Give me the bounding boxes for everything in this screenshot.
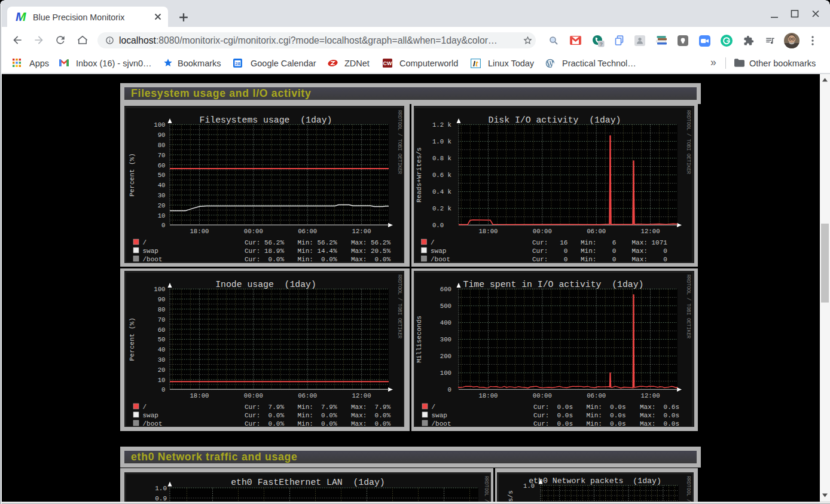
svg-text:swap: swap: [431, 248, 446, 255]
svg-text:Cur: 7.9%: Cur: 7.9%: [245, 404, 284, 411]
svg-text:100: 100: [154, 286, 165, 293]
svg-text:Cur: 16: Cur: 16: [532, 239, 567, 246]
svg-text:/boot: /boot: [143, 420, 163, 426]
svg-text:M: M: [16, 11, 26, 23]
svg-text:40: 40: [154, 346, 165, 353]
svg-text:Reads+Writes/s: Reads+Writes/s: [416, 147, 423, 202]
svg-text:100: 100: [154, 121, 165, 129]
svg-text:Min: 0.0s: Min: 0.0s: [587, 420, 626, 426]
svg-text:Min: 14.4%: Min: 14.4%: [298, 248, 337, 255]
svg-text:90: 90: [154, 296, 165, 303]
svg-text:1.0 k: 1.0 k: [432, 138, 451, 145]
svg-text:70: 70: [154, 152, 165, 159]
svg-text:00:00: 00:00: [533, 228, 552, 235]
svg-text:06:00: 06:00: [587, 228, 606, 235]
svg-text:eth0 Network packets (1day): eth0 Network packets (1day): [529, 476, 661, 485]
svg-text:30: 30: [154, 356, 165, 364]
svg-text:Max: 0.0%: Max: 0.0%: [351, 256, 390, 262]
svg-text:06:00: 06:00: [298, 228, 317, 235]
svg-text:1.2 k: 1.2 k: [432, 121, 451, 129]
svg-text:70: 70: [154, 316, 165, 323]
svg-text:12:00: 12:00: [641, 228, 660, 235]
svg-text:06:00: 06:00: [298, 392, 317, 399]
svg-text:RRDTOOL / TOBI OETIKER: RRDTOOL / TOBI OETIKER: [483, 476, 489, 504]
svg-text:Max: 1071: Max: 1071: [632, 239, 668, 246]
svg-text:Max: 0.0s: Max: 0.0s: [640, 412, 679, 419]
svg-text:00:00: 00:00: [244, 392, 263, 399]
svg-text:12:00: 12:00: [641, 392, 660, 399]
svg-text:swap: swap: [143, 248, 158, 255]
svg-text:Min: 56.2%: Min: 56.2%: [298, 239, 337, 246]
svg-text:0.0: 0.0: [432, 222, 451, 229]
svg-text:Cur: 0.0%: Cur: 0.0%: [245, 256, 284, 262]
svg-text:Cur: 0.0%: Cur: 0.0%: [245, 412, 284, 419]
svg-text:Min: 0.0%: Min: 0.0%: [298, 256, 337, 262]
svg-text:400: 400: [440, 319, 451, 326]
svg-text:12:00: 12:00: [352, 392, 371, 399]
svg-text:0.4 k: 0.4 k: [432, 188, 451, 196]
svg-text:Min: 0.0s: Min: 0.0s: [587, 404, 626, 411]
svg-text:0: 0: [154, 222, 165, 229]
svg-text:Min: 0.0%: Min: 0.0%: [298, 412, 337, 419]
svg-text:Min: 0.0%: Min: 0.0%: [298, 420, 337, 426]
svg-text:?: ?: [599, 41, 603, 47]
svg-text:/boot: /boot: [143, 256, 163, 262]
svg-text:0: 0: [440, 386, 451, 393]
svg-text:RRDTOOL / TOBI OETIKER: RRDTOOL / TOBI OETIKER: [685, 476, 691, 504]
svg-text:Min: 7.9%: Min: 7.9%: [298, 404, 337, 411]
svg-text:t: t: [475, 59, 478, 68]
svg-text:Cur: 0.0%: Cur: 0.0%: [245, 420, 284, 426]
svg-text:swap: swap: [432, 412, 447, 419]
svg-text:swap: swap: [143, 412, 158, 419]
svg-text:0.2 k: 0.2 k: [432, 205, 451, 212]
svg-text:Max: 0.0%: Max: 0.0%: [351, 412, 390, 419]
svg-text:60: 60: [154, 326, 165, 334]
svg-text:Min: 0.0s: Min: 0.0s: [587, 412, 626, 419]
svg-text:Percent (%): Percent (%): [129, 317, 136, 361]
svg-text:00:00: 00:00: [533, 392, 552, 399]
svg-text:600: 600: [440, 286, 451, 293]
svg-text:90: 90: [154, 132, 165, 139]
svg-text:0.6 k: 0.6 k: [432, 172, 451, 179]
svg-text:60: 60: [154, 162, 165, 169]
svg-text:Max: 0.0s: Max: 0.0s: [640, 420, 679, 426]
svg-text:eth0 FastEthernet LAN (1day): eth0 FastEthernet LAN (1day): [231, 478, 385, 487]
svg-text:/: /: [143, 239, 147, 246]
svg-text:/boot: /boot: [432, 420, 451, 426]
svg-text:/: /: [432, 404, 436, 411]
svg-text:Inode usage (1day): Inode usage (1day): [215, 280, 316, 289]
svg-text:Disk I/O activity (1day): Disk I/O activity (1day): [489, 115, 621, 125]
svg-text:20: 20: [154, 366, 165, 374]
svg-text:500: 500: [440, 303, 451, 310]
svg-text:28: 28: [235, 61, 240, 66]
svg-text:Filesystems usage (1day): Filesystems usage (1day): [200, 115, 332, 125]
svg-text:Max: 0.0%: Max: 0.0%: [351, 420, 390, 426]
svg-text:Cur: 0.0s: Cur: 0.0s: [533, 404, 573, 411]
svg-text:80: 80: [154, 306, 165, 313]
svg-text:1.0: 1.0: [155, 485, 167, 492]
svg-text:18:00: 18:00: [478, 228, 498, 235]
svg-text:300: 300: [440, 336, 451, 343]
svg-text:80: 80: [154, 142, 165, 149]
svg-text:/: /: [431, 239, 435, 246]
svg-text:200: 200: [440, 353, 451, 360]
svg-text:Min: 0: Min: 0: [581, 256, 616, 262]
svg-text:10: 10: [154, 377, 165, 384]
svg-text:RRDTOOL / TOBI OETIKER: RRDTOOL / TOBI OETIKER: [685, 110, 691, 174]
svg-text:Max: 7.9%: Max: 7.9%: [351, 404, 390, 411]
svg-text:18:00: 18:00: [190, 392, 209, 399]
svg-text:/boot: /boot: [431, 256, 450, 262]
svg-text:0.8 k: 0.8 k: [432, 155, 451, 162]
svg-text:12:00: 12:00: [352, 228, 371, 235]
svg-text:Min: 6: Min: 6: [581, 239, 616, 246]
svg-text:/: /: [143, 404, 147, 411]
svg-text:Max: 0: Max: 0: [632, 248, 667, 255]
svg-text:0: 0: [154, 386, 165, 393]
svg-text:Cur: 0.0s: Cur: 0.0s: [533, 420, 573, 426]
svg-text:Max: 0: Max: 0: [632, 256, 667, 262]
svg-text:RRDTOOL / TOBI OETIKER: RRDTOOL / TOBI OETIKER: [685, 274, 691, 338]
svg-text:10: 10: [154, 212, 165, 219]
svg-text:Cur: 0.0s: Cur: 0.0s: [533, 412, 573, 419]
svg-text:Cur: 18.9%: Cur: 18.9%: [245, 248, 284, 255]
svg-text:30: 30: [154, 192, 165, 199]
